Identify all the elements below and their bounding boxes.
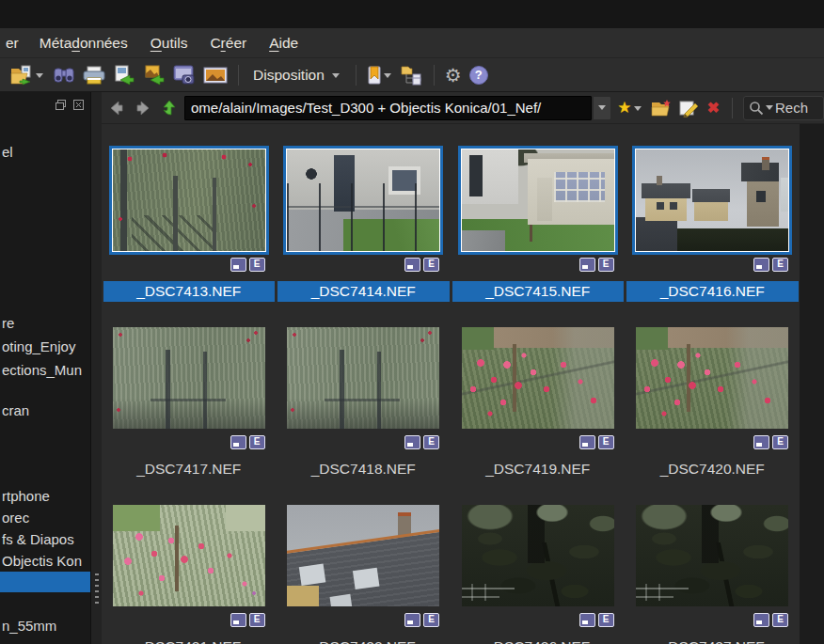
thumbnail-browser[interactable]: E _DSC7413.NEF E _DSC7414.NEF E _DSC7415… (102, 124, 800, 644)
thumbnail-image[interactable] (462, 327, 614, 429)
rename-button[interactable] (677, 95, 702, 121)
file-item[interactable]: E _DSC7416.NEF (626, 146, 800, 323)
sidebar-item[interactable]: Objectis Kon (2, 551, 82, 572)
menu-aide[interactable]: Aide (258, 28, 309, 57)
menu-outils[interactable]: Outils (139, 28, 199, 57)
new-folder-button[interactable] (649, 95, 673, 121)
thumbnail-image[interactable] (462, 505, 614, 606)
search-placeholder: Rech (775, 100, 808, 116)
thumbnail-image[interactable] (636, 149, 788, 251)
settings-button[interactable]: ⚙ (441, 61, 466, 89)
sidebar-item[interactable]: ections_Mun (2, 360, 82, 381)
sidebar-item[interactable]: fs & Diapos (2, 529, 74, 550)
favorites-dropdown-arrow[interactable] (634, 106, 642, 115)
thumbnail-image[interactable] (113, 505, 265, 606)
thumbnail-area (283, 323, 443, 432)
sidebar-item-selected[interactable] (0, 572, 90, 592)
filename-label[interactable]: _DSC7413.NEF (103, 281, 276, 302)
file-item[interactable]: E _DSC7426.NEF (451, 501, 626, 644)
selection-frame (283, 501, 443, 610)
search-button[interactable] (49, 61, 79, 89)
file-item[interactable]: E _DSC7415.NEF (451, 146, 626, 323)
thumbnail-image[interactable] (462, 149, 614, 251)
filename-label[interactable]: _DSC7421.NEF (103, 636, 276, 644)
exif-badge: E (598, 435, 614, 449)
open-dropdown-arrow[interactable] (36, 73, 43, 82)
up-arrow-icon (160, 99, 179, 118)
forward-button[interactable] (132, 95, 154, 121)
print-button[interactable] (79, 61, 109, 89)
exif-badge: E (772, 613, 788, 627)
thumbnail-image[interactable] (287, 149, 439, 251)
sidebar-item[interactable]: re (2, 313, 14, 334)
thumbnail-area (109, 323, 269, 432)
disposition-dropdown[interactable]: Disposition (246, 61, 349, 89)
search-input[interactable]: Rech (743, 96, 824, 120)
panorama-button[interactable] (199, 61, 231, 89)
file-item[interactable]: E _DSC7422.NEF (277, 501, 452, 644)
sidebar-item[interactable]: rtphone (2, 486, 50, 507)
screen-capture-icon (173, 65, 196, 86)
filename-label[interactable]: _DSC7418.NEF (277, 459, 450, 479)
sidebar-item[interactable]: oting_Enjoy (2, 337, 75, 357)
panel-splitter[interactable] (90, 92, 102, 644)
bookmark-button[interactable] (363, 61, 397, 89)
filename-label[interactable]: _DSC7415.NEF (452, 281, 625, 302)
embedded-thumbnail-badge (579, 613, 595, 627)
badges: E (579, 258, 614, 272)
thumbnail-image[interactable] (287, 505, 439, 606)
menu-m-tadonn-es[interactable]: Métadonnées (28, 28, 139, 57)
file-item[interactable]: E _DSC7421.NEF (102, 501, 277, 644)
up-button[interactable] (158, 95, 181, 121)
file-item[interactable]: E _DSC7414.NEF (277, 146, 452, 323)
filename-label[interactable]: _DSC7420.NEF (626, 459, 799, 479)
toolbar: Disposition ⚙ ? (0, 58, 824, 92)
file-item[interactable]: E _DSC7427.NEF (626, 501, 800, 644)
filename-label[interactable]: _DSC7426.NEF (452, 636, 625, 644)
thumbnail-area (109, 146, 269, 255)
exif-badge: E (598, 258, 614, 272)
file-item[interactable]: E _DSC7413.NEF (102, 146, 277, 323)
batch-convert-button[interactable] (139, 61, 169, 89)
panel-header (55, 99, 85, 111)
capture-button[interactable] (169, 61, 199, 89)
bookmark-dropdown-arrow[interactable] (384, 73, 391, 82)
close-panel-icon[interactable] (72, 99, 85, 111)
filename-label[interactable]: _DSC7414.NEF (277, 281, 450, 302)
thumbnail-image[interactable] (636, 327, 788, 429)
filename-label[interactable]: _DSC7427.NEF (626, 636, 799, 644)
thumbnail-area (458, 323, 618, 432)
thumbnail-image[interactable] (113, 149, 265, 251)
delete-button[interactable]: ✖ (705, 95, 721, 121)
filename-label[interactable]: _DSC7416.NEF (626, 281, 799, 302)
filename-label[interactable]: _DSC7419.NEF (452, 459, 625, 479)
file-item[interactable]: E _DSC7419.NEF (451, 323, 626, 501)
path-dropdown-button[interactable] (593, 96, 611, 120)
sidebar-item[interactable]: orec (2, 508, 29, 528)
detach-panel-icon[interactable] (55, 99, 67, 111)
search-icon (749, 101, 764, 116)
menu-cr-er[interactable]: Créer (198, 28, 258, 57)
thumbnail-image[interactable] (113, 327, 265, 429)
help-button[interactable]: ? (466, 61, 492, 89)
path-field[interactable] (184, 96, 592, 120)
sidebar-item[interactable]: cran (2, 401, 29, 421)
thumbnail-area (632, 146, 792, 255)
sidebar-item[interactable]: el (2, 142, 13, 163)
file-item[interactable]: E _DSC7418.NEF (277, 323, 452, 501)
filename-label[interactable]: _DSC7417.NEF (103, 459, 276, 479)
file-item[interactable]: E _DSC7420.NEF (626, 323, 800, 501)
thumbnail-image[interactable] (636, 505, 788, 606)
folder-tree-button[interactable] (397, 61, 427, 89)
sidebar-item[interactable]: 300 (2, 639, 25, 644)
thumbnail-image[interactable] (287, 327, 439, 429)
open-image-button[interactable] (6, 61, 49, 89)
menu-er[interactable]: er (2, 28, 28, 57)
file-item[interactable]: E _DSC7417.NEF (102, 323, 277, 501)
sidebar-item[interactable]: n_55mm (2, 616, 56, 636)
filename-label[interactable]: _DSC7422.NEF (277, 636, 450, 644)
search-dropdown-arrow[interactable] (766, 105, 773, 114)
back-button[interactable] (105, 95, 128, 121)
favorites-button[interactable]: ★ (615, 95, 644, 121)
convert-button[interactable] (109, 61, 139, 89)
